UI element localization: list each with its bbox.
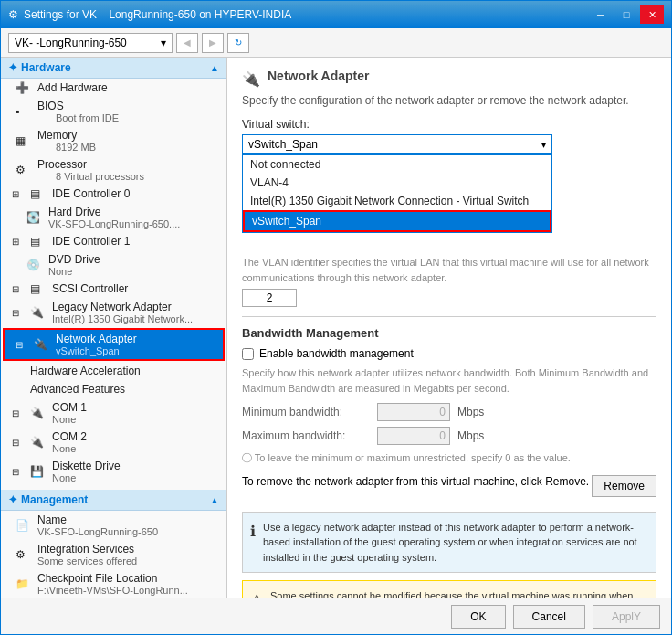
dropdown-option-vlan4[interactable]: VLAN-4 — [243, 174, 551, 192]
vlan-description: The VLAN identifier specifies the virtua… — [242, 255, 656, 285]
sidebar: ✦ Hardware ▲ ➕ Add Hardware ▪ BIOS Boot … — [1, 58, 227, 598]
sidebar-item-integration[interactable]: ⚙ Integration Services Some services off… — [1, 540, 226, 569]
management-icon: ✦ — [8, 493, 17, 506]
sidebar-item-legacy-nic[interactable]: ⊟ 🔌 Legacy Network Adapter Intel(R) 1350… — [1, 298, 226, 327]
cancel-button[interactable]: Cancel — [513, 605, 585, 629]
content-header: 🔌 Network Adapter — [242, 69, 656, 89]
com2-icon: 🔌 — [30, 436, 48, 449]
expand-icon7: ⊟ — [12, 438, 19, 448]
max-bandwidth-input[interactable] — [377, 427, 450, 445]
network-adapter-highlight: ⊟ 🔌 Network Adapter vSwitch_Span — [3, 328, 225, 361]
virtual-switch-label: Virtual switch: — [242, 118, 656, 131]
bandwidth-checkbox[interactable] — [242, 348, 254, 360]
name-icon: 📄 — [16, 519, 34, 532]
network-adapter-header-icon: 🔌 — [242, 70, 260, 88]
notice-box-1: ℹ Use a legacy network adapter instead o… — [242, 512, 656, 574]
section-divider-1 — [242, 316, 656, 317]
back-button[interactable]: ◀ — [176, 33, 198, 53]
add-hardware-icon: ➕ — [16, 81, 34, 94]
legacy-nic-icon: 🔌 — [30, 306, 48, 319]
sidebar-item-hard-drive[interactable]: 💽 Hard Drive VK-SFO-LongRunning-650.... — [1, 203, 226, 232]
processor-icon: ⚙ — [16, 164, 34, 176]
hardware-section-header: ✦ Hardware ▲ — [1, 58, 226, 79]
management-collapse-icon[interactable]: ▲ — [210, 495, 219, 505]
sidebar-item-bios[interactable]: ▪ BIOS Boot from IDE — [1, 97, 226, 126]
remove-notice-text: To remove the network adapter from this … — [242, 475, 545, 488]
minimize-button[interactable]: ─ — [589, 5, 613, 24]
dvd-icon: 💿 — [26, 259, 45, 271]
sidebar-item-name[interactable]: 📄 Name VK-SFO-LongRunning-650 — [1, 511, 226, 540]
main-area: ✦ Hardware ▲ ➕ Add Hardware ▪ BIOS Boot … — [1, 58, 671, 598]
ide0-icon: ▤ — [30, 187, 48, 200]
bandwidth-header: Bandwidth Management — [242, 326, 656, 340]
max-bandwidth-label: Maximum bandwidth: — [242, 429, 370, 442]
sidebar-item-memory[interactable]: ▦ Memory 8192 MB — [1, 126, 226, 155]
sidebar-item-ide1[interactable]: ⊞ ▤ IDE Controller 1 — [1, 232, 226, 250]
sidebar-item-scsi[interactable]: ⊟ ▤ SCSI Controller — [1, 280, 226, 298]
ok-button[interactable]: OK — [451, 605, 505, 629]
restore-button[interactable]: □ — [614, 5, 638, 24]
hardware-collapse-icon[interactable]: ▲ — [210, 63, 219, 73]
title-bar-buttons: ─ □ ✕ — [589, 5, 664, 24]
sidebar-item-processor[interactable]: ⚙ Processor 8 Virtual processors — [1, 155, 226, 185]
sidebar-item-adv-features[interactable]: Advanced Features — [1, 380, 226, 398]
dropdown-arrow-icon: ▾ — [541, 140, 546, 150]
sidebar-item-com1[interactable]: ⊟ 🔌 COM 1 None — [1, 398, 226, 428]
min-bandwidth-input[interactable] — [377, 403, 450, 421]
title-bar: ⚙ Settings for VK LongRunning-650 on HYP… — [1, 1, 671, 28]
notice-box-2: ⚠ Some settings cannot be modified becau… — [242, 580, 656, 598]
info-icon: ℹ — [250, 521, 256, 543]
virtual-switch-dropdown[interactable]: vSwitch_Span ▾ — [242, 134, 552, 154]
bottom-bar: OK Cancel ApplY — [1, 598, 671, 634]
sidebar-item-checkpoint[interactable]: 📁 Checkpoint File Location F:\Vineeth-VM… — [1, 569, 226, 598]
sidebar-item-add-hardware[interactable]: ➕ Add Hardware — [1, 79, 226, 97]
notice-text-1: Use a legacy network adapter instead of … — [263, 520, 648, 566]
close-button[interactable]: ✕ — [640, 5, 664, 24]
expand-icon8: ⊟ — [12, 467, 19, 477]
management-section-header: ✦ Management ▲ — [1, 490, 226, 511]
min-bandwidth-unit: Mbps — [457, 406, 484, 418]
toolbar: VK- -LongRunning-650 ▾ ◀ ▶ ↻ — [1, 28, 671, 58]
sidebar-item-network-adapter[interactable]: ⊟ 🔌 Network Adapter vSwitch_Span — [5, 330, 223, 359]
content-description: Specify the configuration of the network… — [242, 94, 656, 107]
scsi-icon: ▤ — [30, 282, 48, 295]
expand-icon4: ⊟ — [12, 308, 19, 318]
memory-icon: ▦ — [16, 134, 34, 147]
diskette-icon: 💾 — [30, 465, 48, 478]
bandwidth-hint: ⓘ To leave the minimum or maximum unrest… — [242, 450, 656, 466]
window-icon: ⚙ — [8, 8, 18, 21]
bandwidth-description: Specify how this network adapter utilize… — [242, 365, 656, 396]
content-title: Network Adapter — [268, 69, 370, 83]
max-bandwidth-unit: Mbps — [457, 429, 484, 442]
sidebar-item-diskette[interactable]: ⊟ 💾 Diskette Drive None — [1, 457, 226, 486]
com1-icon: 🔌 — [30, 407, 48, 419]
bios-icon: ▪ — [16, 105, 34, 118]
sidebar-item-com2[interactable]: ⊟ 🔌 COM 2 None — [1, 428, 226, 457]
network-adapter-icon: 🔌 — [34, 338, 52, 351]
sidebar-item-hw-accel[interactable]: Hardware Acceleration — [1, 362, 226, 380]
apply-button[interactable]: ApplY — [593, 605, 660, 629]
sidebar-item-dvd[interactable]: 💿 DVD Drive None — [1, 250, 226, 280]
ide1-icon: ▤ — [30, 235, 48, 248]
max-bandwidth-row: Maximum bandwidth: Mbps — [242, 427, 656, 445]
content-area: 🔌 Network Adapter Specify the configurat… — [227, 58, 671, 598]
sidebar-item-ide0[interactable]: ⊞ ▤ IDE Controller 0 — [1, 185, 226, 203]
warn-icon: ⚠ — [250, 589, 263, 598]
refresh-button[interactable]: ↻ — [227, 33, 249, 53]
min-bandwidth-row: Minimum bandwidth: Mbps — [242, 403, 656, 421]
min-bandwidth-label: Minimum bandwidth: — [242, 406, 370, 418]
integration-icon: ⚙ — [16, 548, 34, 561]
remove-button[interactable]: Remove — [592, 475, 656, 497]
vlan-input[interactable]: 2 — [242, 289, 297, 307]
checkpoint-icon: 📁 — [16, 577, 34, 590]
vm-selector-dropdown[interactable]: VK- -LongRunning-650 ▾ — [8, 33, 173, 53]
expand-icon: ⊞ — [12, 189, 19, 199]
virtual-switch-dropdown-container: vSwitch_Span ▾ Not connected VLAN-4 Inte… — [242, 134, 656, 154]
forward-button[interactable]: ▶ — [202, 33, 224, 53]
remove-notice-row: To remove the network adapter from this … — [242, 475, 656, 504]
dropdown-option-vswitch-span[interactable]: vSwitch_Span — [243, 210, 551, 232]
dropdown-option-intel[interactable]: Intel(R) 1350 Gigabit Network Connection… — [243, 192, 551, 210]
hard-drive-icon: 💽 — [26, 211, 45, 224]
settings-window: ⚙ Settings for VK LongRunning-650 on HYP… — [0, 0, 672, 635]
dropdown-option-not-connected[interactable]: Not connected — [243, 155, 551, 174]
